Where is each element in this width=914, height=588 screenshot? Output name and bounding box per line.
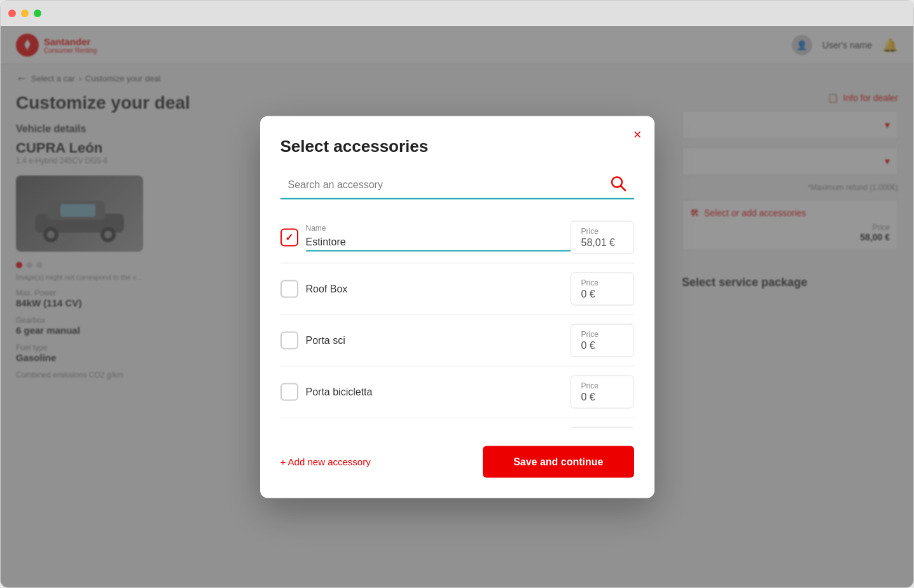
accessory-row-baby-seat: Baby seat Price 0 € <box>280 418 634 428</box>
accessory-name-porta-bicicletta: Porta bicicletta <box>306 386 373 397</box>
price-label-porta-bicicletta: Price <box>581 381 623 390</box>
price-label-estintore: Price <box>581 226 623 235</box>
modal-title: Select accessories <box>280 136 634 156</box>
browser-tab-bar <box>1 1 913 26</box>
price-box-porta-bicicletta: Price 0 € <box>571 375 634 408</box>
accessory-name-porta-sci: Porta sci <box>306 334 345 346</box>
name-field-label: Name <box>306 223 571 232</box>
search-input[interactable] <box>280 171 634 199</box>
svg-line-8 <box>621 186 625 190</box>
app-background: Santander Consumer Renting 👤 User's name… <box>1 26 913 587</box>
price-value-porta-sci: 0 € <box>581 339 623 351</box>
price-box-porta-sci: Price 0 € <box>571 324 634 357</box>
save-and-continue-button[interactable]: Save and continue <box>483 446 634 477</box>
search-icon <box>610 175 627 195</box>
price-box-baby-seat: Price 0 € <box>571 427 634 428</box>
name-field-group: Name <box>306 223 571 251</box>
price-value-porta-bicicletta: 0 € <box>581 391 623 402</box>
dot-green[interactable] <box>34 10 41 17</box>
search-box <box>280 171 634 199</box>
accessory-name-roof-box: Roof Box <box>306 283 348 294</box>
estintore-fields: Name <box>306 223 571 251</box>
price-label-porta-sci: Price <box>581 329 623 338</box>
dot-red[interactable] <box>8 10 16 17</box>
select-accessories-modal: × Select accessories ✓ <box>260 116 654 498</box>
accessory-row-estintore: ✓ Name Price 58,01 € <box>280 212 634 263</box>
price-label-roof-box: Price <box>581 278 623 287</box>
checkbox-roof-box[interactable] <box>280 280 298 297</box>
checkbox-estintore[interactable]: ✓ <box>280 228 298 246</box>
add-new-accessory-button[interactable]: + Add new accessory <box>280 456 371 467</box>
dot-yellow[interactable] <box>21 10 29 17</box>
price-value-estintore: 58,01 € <box>581 236 623 248</box>
price-box-estintore: Price 58,01 € <box>571 221 634 254</box>
accessory-left-porta-sci: Porta sci <box>280 331 571 349</box>
price-value-roof-box: 0 € <box>581 288 623 299</box>
modal-close-button[interactable]: × <box>634 126 642 142</box>
accessory-row-roof-box: Roof Box Price 0 € <box>280 263 634 315</box>
accessory-row-porta-sci: Porta sci Price 0 € <box>280 315 634 366</box>
checkmark-icon: ✓ <box>285 231 293 243</box>
accessories-list: ✓ Name Price 58,01 € <box>280 212 634 428</box>
accessory-left-estintore: ✓ Name <box>280 223 571 251</box>
name-field-input[interactable] <box>306 233 571 251</box>
accessory-left-porta-bicicletta: Porta bicicletta <box>280 383 571 400</box>
modal-footer: + Add new accessory Save and continue <box>280 446 634 477</box>
checkbox-porta-bicicletta[interactable] <box>280 383 298 400</box>
price-box-roof-box: Price 0 € <box>571 272 634 305</box>
checkbox-porta-sci[interactable] <box>280 331 298 349</box>
accessory-row-porta-bicicletta: Porta bicicletta Price 0 € <box>280 366 634 418</box>
accessory-left-roof-box: Roof Box <box>280 280 571 297</box>
